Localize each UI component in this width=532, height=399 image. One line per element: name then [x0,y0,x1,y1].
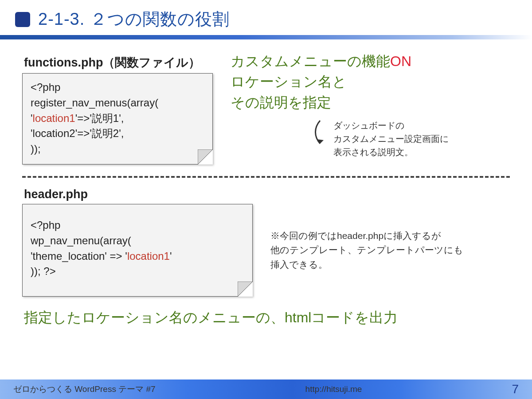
code-line: <?php [31,218,244,233]
code-text: '=>'説明1', [75,112,124,124]
header-code-box: <?php wp_nav_menu(array( 'theme_location… [22,204,253,297]
dashboard-note: ダッシュボードの カスタムメニュー設定画面に 表示される説明文。 [333,119,449,159]
header-row: <?php wp_nav_menu(array( 'theme_location… [22,204,510,297]
footer-url: http://hitsuji.me [305,384,362,394]
functions-left: functions.php（関数ファイル） <?php register_nav… [22,50,213,164]
text: ※今回の例ではheader.phpに挿入するが [270,229,510,243]
page-number: 7 [512,382,519,396]
code-line: )); [31,141,204,157]
header-note: ※今回の例ではheader.phpに挿入するが 他のテンプレート、テンプレートパ… [270,229,510,272]
code-line: 'location1'=>'説明1', [31,111,204,126]
section-header-php: header.php <?php wp_nav_menu(array( 'the… [22,188,510,297]
slide: 2-1-3. ２つの関数の役割 functions.php（関数ファイル） <?… [0,0,532,399]
code-line: )); ?> [31,264,244,279]
text: カスタムメニューの機能 [231,53,390,69]
code-line: register_nav_menus(array( [31,95,204,111]
code-text: ' [170,250,172,262]
on-label: ON [390,53,411,69]
code-highlight: location1 [33,112,75,124]
text: カスタムメニュー設定画面に [333,132,449,145]
title-row: 2-1-3. ２つの関数の役割 [0,0,532,33]
functions-explain: カスタムメニューの機能ON ロケーション名と その説明を指定 [231,51,510,113]
page-title: 2-1-3. ２つの関数の役割 [38,8,230,31]
text: 表示される説明文。 [333,145,449,159]
bottom-summary: 指定したロケーション名のメニューの、htmlコードを出力 [22,308,510,328]
page-fold-icon [238,282,253,297]
code-line: 'theme_location' => 'location1' [31,249,244,264]
content: functions.php（関数ファイル） <?php register_nav… [0,39,532,328]
title-bullet-icon [15,12,30,27]
code-highlight: location1 [127,250,170,262]
header-file-label: header.php [24,188,510,201]
section-divider [22,176,510,178]
curved-arrow-icon [310,119,328,150]
text: ダッシュボードの [333,119,449,132]
functions-file-label: functions.php（関数ファイル） [24,55,213,70]
text: ロケーション名と [231,74,347,90]
code-line: wp_nav_menu(array( [31,233,244,249]
arrow-note: ダッシュボードの カスタムメニュー設定画面に 表示される説明文。 [231,119,510,159]
footer-left: ゼロからつくる WordPress テーマ #7 [13,383,156,395]
functions-right: カスタムメニューの機能ON ロケーション名と その説明を指定 ダッシュボードの … [231,50,510,159]
section-functions: functions.php（関数ファイル） <?php register_nav… [22,50,510,164]
code-line: <?php [31,80,204,95]
page-fold-icon [198,149,213,164]
text: その説明を指定 [231,94,331,110]
functions-code-box: <?php register_nav_menus(array( 'locatio… [22,73,213,164]
footer: ゼロからつくる WordPress テーマ #7 http://hitsuji.… [0,379,532,399]
text: 挿入できる。 [270,258,510,272]
code-line: 'location2'=>'説明2', [31,126,204,141]
code-text: 'theme_location' => ' [31,250,127,262]
header-left: <?php wp_nav_menu(array( 'theme_location… [22,204,253,297]
title-underline [0,35,532,39]
text: 他のテンプレート、テンプレートパーツにも [270,243,510,258]
